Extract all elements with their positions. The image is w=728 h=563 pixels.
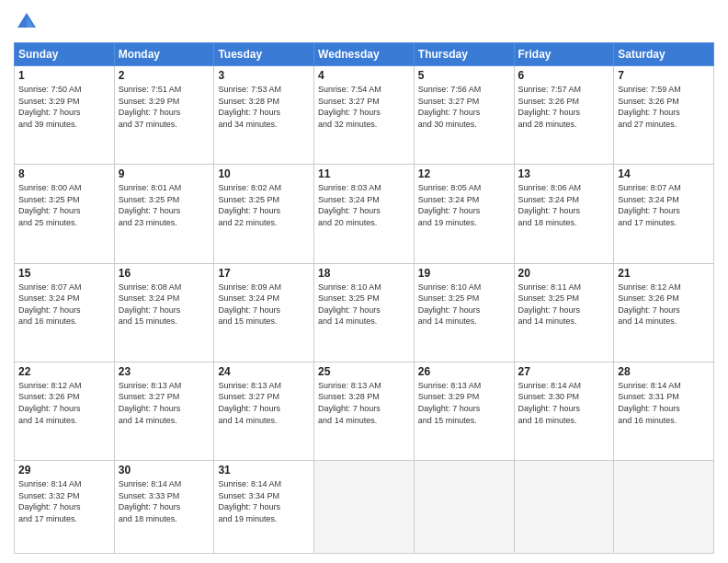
day-info: Sunrise: 8:05 AM Sunset: 3:24 PM Dayligh… — [418, 182, 510, 228]
calendar-cell: 29Sunrise: 8:14 AM Sunset: 3:32 PM Dayli… — [15, 461, 115, 554]
day-info: Sunrise: 8:14 AM Sunset: 3:33 PM Dayligh… — [119, 478, 210, 524]
day-number: 22 — [18, 365, 110, 378]
day-info: Sunrise: 8:09 AM Sunset: 3:24 PM Dayligh… — [218, 282, 310, 327]
header — [14, 9, 714, 35]
calendar-cell: 2Sunrise: 7:51 AM Sunset: 3:29 PM Daylig… — [114, 66, 214, 165]
day-number: 28 — [618, 365, 710, 378]
day-number: 29 — [18, 464, 110, 477]
calendar-cell: 16Sunrise: 8:08 AM Sunset: 3:24 PM Dayli… — [114, 263, 214, 362]
col-header-monday: Monday — [114, 43, 214, 66]
day-info: Sunrise: 8:07 AM Sunset: 3:24 PM Dayligh… — [18, 282, 110, 327]
col-header-friday: Friday — [514, 43, 614, 66]
calendar-cell: 5Sunrise: 7:56 AM Sunset: 3:27 PM Daylig… — [414, 66, 514, 165]
day-number: 5 — [418, 69, 510, 82]
day-number: 15 — [18, 267, 110, 280]
calendar-cell — [414, 461, 514, 554]
calendar-cell: 23Sunrise: 8:13 AM Sunset: 3:27 PM Dayli… — [114, 362, 214, 460]
calendar-cell: 26Sunrise: 8:13 AM Sunset: 3:29 PM Dayli… — [414, 362, 514, 460]
logo-icon — [14, 9, 40, 35]
day-info: Sunrise: 7:53 AM Sunset: 3:28 PM Dayligh… — [218, 84, 310, 130]
col-header-wednesday: Wednesday — [314, 43, 415, 66]
calendar-cell: 28Sunrise: 8:14 AM Sunset: 3:31 PM Dayli… — [614, 362, 714, 460]
day-info: Sunrise: 7:56 AM Sunset: 3:27 PM Dayligh… — [418, 84, 510, 130]
day-number: 17 — [218, 267, 310, 280]
calendar-cell: 13Sunrise: 8:06 AM Sunset: 3:24 PM Dayli… — [514, 165, 614, 263]
day-info: Sunrise: 8:13 AM Sunset: 3:27 PM Dayligh… — [218, 380, 310, 426]
day-info: Sunrise: 8:14 AM Sunset: 3:31 PM Dayligh… — [618, 380, 710, 426]
day-number: 13 — [518, 167, 610, 180]
day-number: 3 — [218, 69, 310, 82]
col-header-saturday: Saturday — [614, 43, 714, 66]
day-number: 20 — [518, 267, 610, 280]
calendar-week-3: 15Sunrise: 8:07 AM Sunset: 3:24 PM Dayli… — [15, 263, 714, 362]
day-info: Sunrise: 7:50 AM Sunset: 3:29 PM Dayligh… — [18, 84, 110, 130]
calendar-cell — [314, 461, 415, 554]
calendar-cell: 3Sunrise: 7:53 AM Sunset: 3:28 PM Daylig… — [214, 66, 314, 165]
day-number: 30 — [119, 464, 210, 477]
calendar-cell: 24Sunrise: 8:13 AM Sunset: 3:27 PM Dayli… — [214, 362, 314, 460]
col-header-thursday: Thursday — [414, 43, 514, 66]
calendar-table: SundayMondayTuesdayWednesdayThursdayFrid… — [14, 42, 714, 554]
day-number: 12 — [418, 167, 510, 180]
day-info: Sunrise: 8:12 AM Sunset: 3:26 PM Dayligh… — [18, 380, 110, 426]
day-number: 24 — [218, 365, 310, 378]
day-number: 2 — [119, 69, 210, 82]
calendar-cell: 21Sunrise: 8:12 AM Sunset: 3:26 PM Dayli… — [614, 263, 714, 362]
day-number: 9 — [119, 167, 210, 180]
calendar-cell: 22Sunrise: 8:12 AM Sunset: 3:26 PM Dayli… — [15, 362, 115, 460]
day-info: Sunrise: 8:02 AM Sunset: 3:25 PM Dayligh… — [218, 182, 310, 228]
col-header-tuesday: Tuesday — [214, 43, 314, 66]
day-number: 21 — [618, 267, 710, 280]
calendar-cell: 19Sunrise: 8:10 AM Sunset: 3:25 PM Dayli… — [414, 263, 514, 362]
day-number: 4 — [318, 69, 410, 82]
calendar-cell: 7Sunrise: 7:59 AM Sunset: 3:26 PM Daylig… — [614, 66, 714, 165]
logo — [14, 9, 43, 35]
day-info: Sunrise: 8:10 AM Sunset: 3:25 PM Dayligh… — [318, 282, 410, 327]
day-info: Sunrise: 8:13 AM Sunset: 3:28 PM Dayligh… — [318, 380, 410, 426]
calendar-cell: 1Sunrise: 7:50 AM Sunset: 3:29 PM Daylig… — [15, 66, 115, 165]
calendar-cell: 25Sunrise: 8:13 AM Sunset: 3:28 PM Dayli… — [314, 362, 415, 460]
calendar-header-row: SundayMondayTuesdayWednesdayThursdayFrid… — [15, 43, 714, 66]
day-number: 25 — [318, 365, 410, 378]
day-info: Sunrise: 8:00 AM Sunset: 3:25 PM Dayligh… — [18, 182, 110, 228]
day-info: Sunrise: 8:13 AM Sunset: 3:27 PM Dayligh… — [119, 380, 210, 426]
calendar-cell: 6Sunrise: 7:57 AM Sunset: 3:26 PM Daylig… — [514, 66, 614, 165]
day-info: Sunrise: 8:10 AM Sunset: 3:25 PM Dayligh… — [418, 282, 510, 327]
calendar-week-1: 1Sunrise: 7:50 AM Sunset: 3:29 PM Daylig… — [15, 66, 714, 165]
day-number: 23 — [119, 365, 210, 378]
calendar-cell — [514, 461, 614, 554]
day-info: Sunrise: 8:14 AM Sunset: 3:30 PM Dayligh… — [518, 380, 610, 426]
day-info: Sunrise: 8:01 AM Sunset: 3:25 PM Dayligh… — [119, 182, 210, 228]
page: SundayMondayTuesdayWednesdayThursdayFrid… — [0, 0, 728, 563]
day-number: 19 — [418, 267, 510, 280]
day-number: 6 — [518, 69, 610, 82]
day-number: 31 — [218, 464, 310, 477]
calendar-week-4: 22Sunrise: 8:12 AM Sunset: 3:26 PM Dayli… — [15, 362, 714, 460]
day-number: 10 — [218, 167, 310, 180]
col-header-sunday: Sunday — [15, 43, 115, 66]
day-info: Sunrise: 7:51 AM Sunset: 3:29 PM Dayligh… — [119, 84, 210, 130]
day-number: 26 — [418, 365, 510, 378]
day-number: 7 — [618, 69, 710, 82]
calendar-cell: 30Sunrise: 8:14 AM Sunset: 3:33 PM Dayli… — [114, 461, 214, 554]
calendar-cell: 8Sunrise: 8:00 AM Sunset: 3:25 PM Daylig… — [15, 165, 115, 263]
calendar-cell: 4Sunrise: 7:54 AM Sunset: 3:27 PM Daylig… — [314, 66, 415, 165]
calendar-cell: 31Sunrise: 8:14 AM Sunset: 3:34 PM Dayli… — [214, 461, 314, 554]
day-info: Sunrise: 8:03 AM Sunset: 3:24 PM Dayligh… — [318, 182, 410, 228]
day-info: Sunrise: 8:12 AM Sunset: 3:26 PM Dayligh… — [618, 282, 710, 327]
day-info: Sunrise: 8:06 AM Sunset: 3:24 PM Dayligh… — [518, 182, 610, 228]
calendar-cell: 10Sunrise: 8:02 AM Sunset: 3:25 PM Dayli… — [214, 165, 314, 263]
day-number: 27 — [518, 365, 610, 378]
calendar-cell: 9Sunrise: 8:01 AM Sunset: 3:25 PM Daylig… — [114, 165, 214, 263]
day-info: Sunrise: 8:11 AM Sunset: 3:25 PM Dayligh… — [518, 282, 610, 327]
day-number: 16 — [119, 267, 210, 280]
calendar-cell: 20Sunrise: 8:11 AM Sunset: 3:25 PM Dayli… — [514, 263, 614, 362]
day-number: 11 — [318, 167, 410, 180]
day-info: Sunrise: 8:08 AM Sunset: 3:24 PM Dayligh… — [119, 282, 210, 327]
day-info: Sunrise: 7:54 AM Sunset: 3:27 PM Dayligh… — [318, 84, 410, 130]
calendar-cell — [614, 461, 714, 554]
day-number: 8 — [18, 167, 110, 180]
calendar-week-5: 29Sunrise: 8:14 AM Sunset: 3:32 PM Dayli… — [15, 461, 714, 554]
calendar-cell: 11Sunrise: 8:03 AM Sunset: 3:24 PM Dayli… — [314, 165, 415, 263]
calendar-cell: 27Sunrise: 8:14 AM Sunset: 3:30 PM Dayli… — [514, 362, 614, 460]
